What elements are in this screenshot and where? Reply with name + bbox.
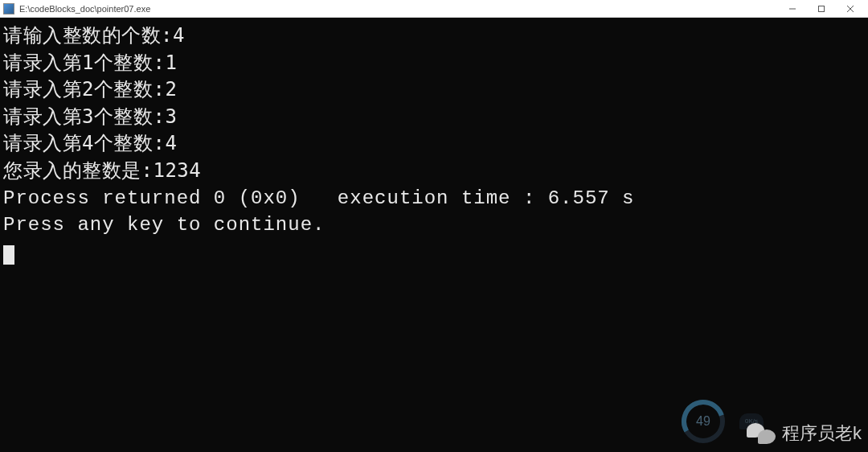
network-gauge: 0K/s: [739, 413, 764, 429]
console-window: E:\codeBlocks_doc\pointer07.exe 请输入整数的个数…: [0, 0, 868, 452]
watermark: 程序员老k: [745, 420, 862, 447]
wechat-icon: [745, 420, 777, 447]
watermark-text: 程序员老k: [782, 421, 862, 446]
output-line: 请录入第2个整数:2: [3, 76, 865, 104]
close-button[interactable]: [836, 1, 865, 17]
console-output[interactable]: 请输入整数的个数:4 请录入第1个整数:1 请录入第2个整数:2 请录入第3个整…: [0, 18, 868, 452]
svg-point-5: [679, 397, 727, 446]
minimize-button[interactable]: [778, 1, 807, 17]
app-icon: [3, 3, 14, 14]
svg-point-4: [684, 402, 723, 441]
process-return-line: Process returned 0 (0x0) execution time …: [3, 185, 865, 212]
output-line: 您录入的整数是:1234: [3, 158, 865, 185]
gauge-value: 49: [696, 413, 710, 430]
output-line: 请输入整数的个数:4: [3, 23, 865, 50]
window-controls: [778, 1, 865, 17]
output-line: 请录入第3个整数:3: [3, 104, 865, 131]
output-line: 请录入第1个整数:1: [3, 50, 865, 77]
cursor: [3, 239, 865, 268]
system-gauge-widget: 49: [679, 397, 727, 446]
press-key-line: Press any key to continue.: [3, 212, 865, 239]
window-title: E:\codeBlocks_doc\pointer07.exe: [19, 4, 778, 14]
output-line: 请录入第4个整数:4: [3, 130, 865, 158]
svg-rect-1: [819, 6, 825, 11]
titlebar[interactable]: E:\codeBlocks_doc\pointer07.exe: [0, 0, 868, 18]
maximize-button[interactable]: [807, 1, 836, 17]
